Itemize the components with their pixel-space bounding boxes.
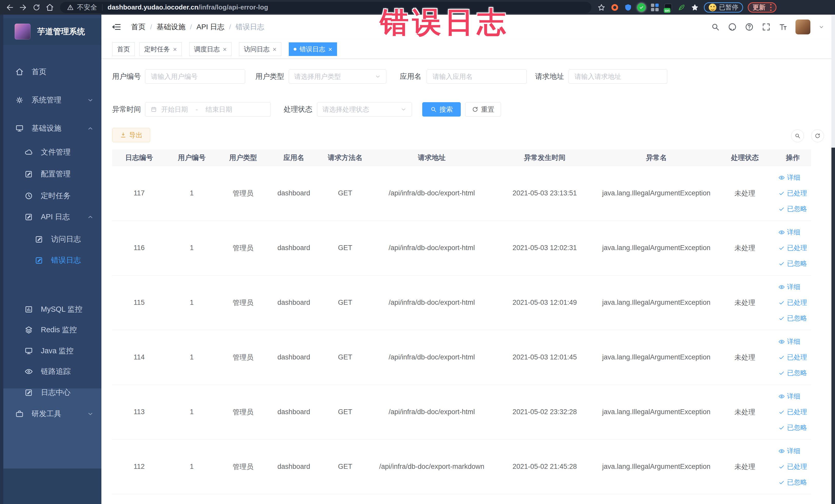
detail-link[interactable]: 详细	[778, 446, 800, 456]
browser-update-button[interactable]: 更新	[748, 2, 776, 13]
mark-ignored-link[interactable]: 已忽略	[778, 368, 807, 378]
tab-access-log[interactable]: 访问日志×	[239, 42, 281, 56]
mark-ignored-link[interactable]: 已忽略	[778, 478, 807, 487]
breadcrumb-api-log[interactable]: API 日志	[185, 22, 224, 32]
detail-link[interactable]: 详细	[778, 228, 800, 237]
mark-ignored-link[interactable]: 已忽略	[778, 314, 807, 323]
sidebar-item-file-manage[interactable]: 文件管理	[3, 141, 101, 164]
sidebar-item-scheduled-task[interactable]: 定时任务	[3, 184, 101, 207]
reset-button[interactable]: 重置	[465, 102, 501, 117]
mark-ignored-link[interactable]: 已忽略	[778, 259, 807, 268]
hamburger-icon[interactable]	[111, 22, 121, 32]
app-name-input[interactable]	[432, 73, 521, 81]
col-method: 请求方法名	[319, 149, 371, 166]
cell-exception: java.lang.IllegalArgumentException	[597, 330, 715, 385]
mark-ignored-link[interactable]: 已忽略	[778, 423, 807, 432]
close-icon[interactable]: ×	[173, 46, 177, 53]
detail-link[interactable]: 详细	[778, 392, 800, 401]
cell-app-name: dashboard	[269, 439, 319, 494]
extension-leaf-icon[interactable]	[677, 3, 686, 12]
github-icon[interactable]	[728, 22, 737, 32]
table-row: 116 1 管理员 dashboard GET /api/infra/db-do…	[112, 221, 811, 275]
mark-ignored-link[interactable]: 已忽略	[778, 204, 807, 213]
mark-processed-link[interactable]: 已处理	[778, 298, 807, 307]
cell-method: GET	[319, 385, 371, 439]
fullscreen-icon[interactable]	[761, 22, 771, 32]
extension-orange-ring-icon[interactable]	[610, 3, 619, 12]
detail-link[interactable]: 详细	[778, 282, 800, 291]
check-icon	[778, 370, 785, 377]
caret-down-icon[interactable]	[818, 24, 825, 30]
close-icon[interactable]: ×	[328, 46, 332, 53]
request-url-input[interactable]	[574, 73, 662, 81]
breadcrumb-infra[interactable]: 基础设施	[145, 22, 185, 32]
sidebar-item-trace[interactable]: 链路追踪	[3, 360, 101, 383]
mark-processed-link[interactable]: 已处理	[778, 189, 807, 198]
close-icon[interactable]: ×	[272, 46, 277, 53]
user-type-select[interactable]: 请选择用户类型	[289, 69, 386, 84]
sidebar-item-infra[interactable]: 基础设施	[3, 117, 101, 140]
tab-scheduled-task[interactable]: 定时任务×	[139, 42, 182, 56]
browser-back-button[interactable]	[3, 2, 16, 13]
sidebar-item-api-log[interactable]: API 日志	[3, 205, 101, 228]
tab-schedule-log[interactable]: 调度日志×	[189, 42, 231, 56]
help-icon[interactable]	[745, 22, 754, 32]
sidebar-item-java-monitor[interactable]: Java 监控	[3, 339, 101, 363]
search-icon[interactable]	[711, 22, 720, 32]
user-id-input[interactable]	[150, 73, 240, 81]
sidebar-item-config-manage[interactable]: 配置管理	[3, 163, 101, 186]
date-range-picker[interactable]: 开始日期 - 结束日期	[145, 102, 271, 117]
date-start: 开始日期	[161, 105, 188, 114]
mark-processed-link[interactable]: 已处理	[778, 353, 807, 362]
search-button[interactable]: 搜索	[422, 102, 461, 117]
mark-processed-link[interactable]: 已处理	[778, 243, 807, 253]
sidebar-item-access-log[interactable]: 访问日志	[3, 228, 101, 251]
check-icon	[778, 463, 785, 470]
sidebar-item-system[interactable]: 系统管理	[3, 88, 101, 112]
sidebar-item-home[interactable]: 首页	[3, 60, 101, 83]
process-status-select[interactable]: 请选择处理状态	[317, 102, 412, 117]
edit-icon	[24, 170, 33, 178]
export-button[interactable]: 导出	[112, 128, 150, 142]
breadcrumb-home[interactable]: 首页	[131, 22, 145, 32]
sidebar-item-mysql-monitor[interactable]: MySQL 监控	[3, 298, 101, 321]
browser-home-button[interactable]	[43, 2, 57, 13]
error-log-table: 日志编号 用户编号 用户类型 应用名 请求方法名 请求地址 异常发生时间 异常名…	[112, 149, 811, 494]
extension-paused-pill[interactable]: 已暂停	[704, 2, 743, 13]
tab-error-log[interactable]: 错误日志×	[289, 42, 337, 56]
sidebar-item-log-center[interactable]: 日志中心	[3, 381, 101, 404]
mark-processed-link[interactable]: 已处理	[778, 462, 807, 471]
extension-green-check-icon[interactable]	[637, 3, 646, 12]
refresh-table-button[interactable]	[811, 129, 824, 142]
address-bar[interactable]: 不安全 dashboard.yudao.iocoder.cn/infra/log…	[60, 2, 591, 13]
extension-on-badge-icon[interactable]: on	[664, 3, 673, 12]
bookmark-star-icon[interactable]	[597, 3, 606, 12]
calendar-icon	[150, 106, 157, 113]
extension-puzzle-icon[interactable]	[691, 3, 699, 12]
sidebar-item-error-log[interactable]: 错误日志	[3, 249, 101, 272]
request-url-field[interactable]	[569, 69, 667, 84]
col-log-id: 日志编号	[112, 149, 166, 166]
sidebar-item-dev-tools[interactable]: 研发工具	[3, 402, 101, 425]
browser-forward-button[interactable]	[16, 2, 30, 13]
page-scrollbar-thumb[interactable]	[831, 148, 835, 504]
cell-user-type: 管理员	[218, 275, 269, 330]
extension-grid-icon[interactable]	[650, 3, 659, 12]
cell-time: 2021-05-03 12:01:49	[492, 275, 597, 330]
browser-menu-icon[interactable]	[770, 4, 772, 11]
user-id-field[interactable]	[145, 69, 245, 84]
detail-link[interactable]: 详细	[778, 173, 800, 182]
browser-reload-button[interactable]	[30, 2, 43, 13]
extension-shield-icon[interactable]	[624, 3, 632, 12]
security-label: 不安全	[77, 3, 97, 12]
close-icon[interactable]: ×	[223, 46, 227, 53]
detail-link[interactable]: 详细	[778, 337, 800, 346]
avatar[interactable]	[795, 20, 810, 35]
tab-home[interactable]: 首页	[112, 42, 135, 56]
col-actions: 操作	[774, 149, 811, 166]
app-name-field[interactable]	[427, 69, 527, 84]
sidebar-item-redis-monitor[interactable]: Redis 监控	[3, 318, 101, 341]
font-size-icon[interactable]	[778, 22, 788, 32]
mark-processed-link[interactable]: 已处理	[778, 407, 807, 417]
toggle-search-button[interactable]	[791, 129, 804, 142]
